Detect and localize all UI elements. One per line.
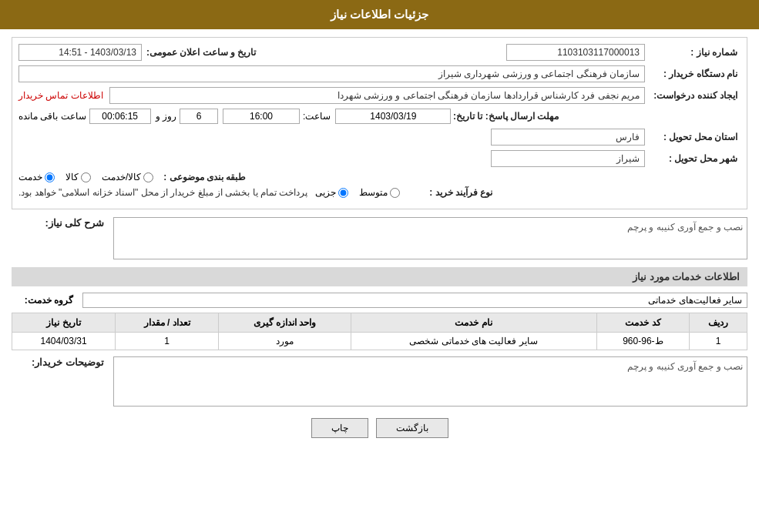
noeFarayand-desc: پرداخت تمام یا بخشی از مبلغ خریدار از مح… xyxy=(18,187,307,198)
service-table: ردیف کد خدمت نام خدمت واحد اندازه گیری ت… xyxy=(12,313,747,350)
cell-tarikh: 1404/03/31 xyxy=(12,333,116,350)
radio-kala-khidmat-label: کالا/خدمت xyxy=(102,172,141,182)
tosihate-label-area: توضیحات خریدار: xyxy=(12,356,107,368)
radio-kala-khidmat[interactable] xyxy=(143,172,153,182)
tarikhErsal-date: 1403/03/19 xyxy=(335,109,451,124)
row-namDastgah: نام دستگاه خریدار : سازمان فرهنگی اجتماع… xyxy=(18,65,741,82)
tabebandi-label: طبقه بندی موضوعی : xyxy=(153,172,246,182)
radio-kala[interactable] xyxy=(81,172,91,182)
saat-label: ساعت: xyxy=(303,111,331,122)
noeFarayand-radio-group: متوسط جزیی xyxy=(315,187,400,198)
grouh-khidmat-row: سایر فعالیت‌های خدماتی گروه خدمت: xyxy=(12,293,747,308)
table-row: 1 ط-96-960 سایر فعالیت های خدماتی شخصی م… xyxy=(12,333,747,350)
col-vahed: واحد اندازه گیری xyxy=(219,313,351,333)
radio-khidmat-label: خدمت xyxy=(18,172,42,182)
cell-nam: سایر فعالیت های خدماتی شخصی xyxy=(351,333,596,350)
saatBaqiMande-label: ساعت باقی مانده xyxy=(18,111,86,122)
table-header-row: ردیف کد خدمت نام خدمت واحد اندازه گیری ت… xyxy=(12,313,747,333)
ijadKonande-value-box: مریم نجفی فرد کارشناس قراردادها سازمان ف… xyxy=(109,87,645,104)
countdown-box: 00:06:15 xyxy=(89,109,151,124)
tosihate-textarea: نصب و جمع آوری کنیبه و پرچم xyxy=(113,356,747,407)
sharh-kolli-section: نصب و جمع آوری کنیبه و پرچم شرح کلی نیاز… xyxy=(12,217,747,259)
main-content: شماره نیاز : 1103103117000013 تاریخ و سا… xyxy=(0,29,759,457)
ijadKonande-value: مریم نجفی فرد کارشناس قراردادها سازمان ف… xyxy=(338,90,640,101)
tabebandi-radio-group: کالا/خدمت کالا خدمت xyxy=(18,172,153,182)
grouh-khidmat-value-box: سایر فعالیت‌های خدماتی xyxy=(82,293,747,308)
col-tedad: تعداد / مقدار xyxy=(116,313,219,333)
cell-tedad: 1 xyxy=(116,333,219,350)
row-noeFarayand: نوع فرآیند خرید : متوسط جزیی پرداخت تمام… xyxy=(18,187,741,198)
radio-motovaset[interactable] xyxy=(390,188,400,198)
col-radif: ردیف xyxy=(690,313,747,333)
radio-motovaset-item: متوسط xyxy=(359,187,400,198)
tarikhErsal-roz-value: 6 xyxy=(180,109,218,124)
ostan-value-box: فارس xyxy=(491,129,645,146)
radio-jozei-item: جزیی xyxy=(315,187,348,198)
tarikhVaSaat-value: 1403/03/13 - 14:51 xyxy=(59,47,136,58)
ostan-value: فارس xyxy=(616,132,640,142)
radio-khidmat-item: خدمت xyxy=(18,172,55,182)
radio-kala-item: کالا xyxy=(65,172,91,182)
rozo-label: روز و xyxy=(156,111,176,122)
table-head: ردیف کد خدمت نام خدمت واحد اندازه گیری ت… xyxy=(12,313,747,333)
row-shomareNiaz: شماره نیاز : 1103103117000013 تاریخ و سا… xyxy=(18,44,741,61)
namDastgah-value-box: سازمان فرهنگی اجتماعی و ورزشی شهرداری شی… xyxy=(18,65,645,82)
page-title: جزئیات اطلاعات نیاز xyxy=(331,8,428,21)
tarikhErsal-time: 16:00 xyxy=(223,109,300,124)
back-button[interactable]: بازگشت xyxy=(376,418,448,438)
shomareNiaz-value: 1103103117000013 xyxy=(557,47,640,58)
radio-khidmat[interactable] xyxy=(45,172,55,182)
print-button[interactable]: چاپ xyxy=(311,418,368,438)
info-section-title: اطلاعات خدمات مورد نیاز xyxy=(12,267,747,286)
row-shahr: شهر محل تحویل : شیراز xyxy=(18,150,741,167)
radio-motovaset-label: متوسط xyxy=(359,187,388,198)
col-tarikh: تاریخ نیاز xyxy=(12,313,116,333)
countdown-value: 00:06:15 xyxy=(102,111,138,122)
ijadKonande-link[interactable]: اطلاعات تماس خریدار xyxy=(18,90,103,101)
cell-vahed: مورد xyxy=(219,333,351,350)
tosihate-section: نصب و جمع آوری کنیبه و پرچم توضیحات خرید… xyxy=(12,356,747,407)
page-header: جزئیات اطلاعات نیاز xyxy=(0,0,759,29)
page-container: جزئیات اطلاعات نیاز شماره نیاز : 1103103… xyxy=(0,0,759,532)
row-tarikh-ersal: مهلت ارسال پاسخ: تا تاریخ: 1403/03/19 سا… xyxy=(18,109,741,124)
table-body: 1 ط-96-960 سایر فعالیت های خدماتی شخصی م… xyxy=(12,333,747,350)
tarikhErsal-time-value: 16:00 xyxy=(250,111,273,122)
radio-jozei[interactable] xyxy=(338,188,348,198)
radio-kala-label: کالا xyxy=(65,172,79,182)
sharh-kolli-area: نصب و جمع آوری کنیبه و پرچم xyxy=(113,217,747,259)
row-ijadKonande: ایجاد کننده درخواست: مریم نجفی فرد کارشن… xyxy=(18,87,741,104)
radio-kala-khidmat-item: کالا/خدمت xyxy=(102,172,153,182)
tosihate-label: توضیحات خریدار: xyxy=(12,356,104,368)
sharh-kolli-textarea: نصب و جمع آوری کنیبه و پرچم xyxy=(113,217,747,259)
tosihate-value: نصب و جمع آوری کنیبه و پرچم xyxy=(627,361,743,372)
noeFarayand-label: نوع فرآیند خرید : xyxy=(400,187,492,198)
shomareNiaz-value-box: 1103103117000013 xyxy=(506,44,645,61)
tarikhErsal-label: مهلت ارسال پاسخ: تا تاریخ: xyxy=(451,111,559,122)
main-form-section: شماره نیاز : 1103103117000013 تاریخ و سا… xyxy=(12,37,747,209)
radio-jozei-label: جزیی xyxy=(315,187,336,198)
grouh-khidmat-value: سایر فعالیت‌های خدماتی xyxy=(648,295,742,306)
shomareNiaz-label: شماره نیاز : xyxy=(645,47,737,58)
grouh-khidmat-label: گروه خدمت: xyxy=(12,295,73,306)
shahr-label: شهر محل تحویل : xyxy=(645,153,737,164)
namDastgah-label: نام دستگاه خریدار : xyxy=(645,69,737,79)
cell-radif: 1 xyxy=(690,333,747,350)
ijadKonande-label: ایجاد کننده درخواست: xyxy=(645,90,737,101)
row-ostan: استان محل تحویل : فارس xyxy=(18,129,741,146)
ostan-label: استان محل تحویل : xyxy=(645,132,737,142)
tosihate-area: نصب و جمع آوری کنیبه و پرچم xyxy=(113,356,747,407)
col-nam: نام خدمت xyxy=(351,313,596,333)
sharhKolli-label: شرح کلی نیاز: xyxy=(12,217,104,229)
cell-kod: ط-96-960 xyxy=(596,333,690,350)
sharh-kolli-value: نصب و جمع آوری کنیبه و پرچم xyxy=(627,222,743,233)
namDastgah-value: سازمان فرهنگی اجتماعی و ورزشی شهرداری شی… xyxy=(438,69,640,79)
tarikhVaSaat-label: تاریخ و ساعت اعلان عمومی: xyxy=(146,47,256,58)
col-kod: کد خدمت xyxy=(596,313,690,333)
button-row: بازگشت چاپ xyxy=(12,418,747,450)
shahr-value: شیراز xyxy=(616,153,640,164)
tarikhErsal-date-value: 1403/03/19 xyxy=(370,111,416,122)
roz-value: 6 xyxy=(196,111,202,122)
tarikhVaSaat-value-box: 1403/03/13 - 14:51 xyxy=(18,44,142,61)
sharh-kolli-label-area: شرح کلی نیاز: xyxy=(12,217,107,229)
shahr-value-box: شیراز xyxy=(491,150,645,167)
